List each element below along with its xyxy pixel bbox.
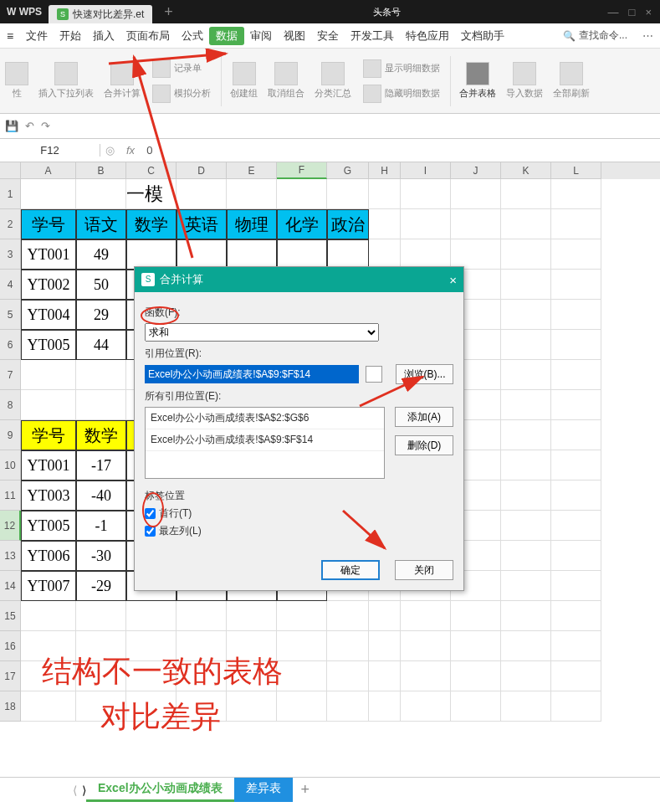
col-header[interactable]: I	[401, 162, 451, 179]
cell[interactable]: 学号	[21, 420, 76, 450]
menu-view[interactable]: 视图	[278, 23, 311, 48]
tab-nav-prev-icon[interactable]: ⟨	[67, 784, 82, 797]
qat-save-icon[interactable]: 💾	[5, 120, 18, 132]
cell[interactable]: 数学	[126, 209, 177, 239]
ribbon-import-data[interactable]: 导入数据	[501, 59, 548, 103]
row-header[interactable]: 5	[0, 300, 21, 330]
document-tab[interactable]: S 快速对比差异.et	[49, 5, 152, 23]
cell[interactable]: 英语	[177, 209, 227, 239]
function-select[interactable]: 求和	[145, 323, 379, 342]
new-tab-button[interactable]: +	[164, 3, 173, 21]
command-search[interactable]: 🔍 查找命令...	[563, 28, 636, 43]
menu-data[interactable]: 数据	[209, 27, 244, 45]
row-header[interactable]: 16	[0, 631, 21, 661]
list-item[interactable]: Excel办公小动画成绩表!$A$2:$G$6	[146, 408, 384, 429]
cell[interactable]: YT002	[21, 270, 76, 300]
ribbon-create-group[interactable]: 创建组	[225, 59, 263, 103]
col-header[interactable]: B	[76, 162, 126, 179]
cell[interactable]: 化学	[277, 209, 327, 239]
col-header[interactable]: J	[451, 162, 501, 179]
cell[interactable]: 学号	[21, 209, 76, 239]
ribbon-dropdown-list[interactable]: 插入下拉列表	[33, 59, 99, 103]
cell[interactable]: YT004	[21, 300, 76, 330]
cell[interactable]: 数学	[76, 420, 126, 450]
sheet-tab-active[interactable]: Excel办公小动画成绩表	[86, 778, 234, 802]
name-box[interactable]: F12	[0, 144, 100, 157]
ribbon-refresh-all[interactable]: 全部刷新	[548, 59, 595, 103]
row-header[interactable]: 2	[0, 209, 21, 239]
menu-review[interactable]: 审阅	[244, 23, 278, 48]
ribbon-validity[interactable]: 性	[0, 59, 33, 103]
row-header[interactable]: 17	[0, 661, 21, 691]
col-header[interactable]: C	[126, 162, 177, 179]
cell[interactable]: YT005	[21, 330, 76, 360]
menu-more[interactable]: ⋯	[636, 29, 660, 42]
menu-dochelper[interactable]: 文档助手	[455, 23, 510, 48]
menu-file[interactable]: 文件	[20, 23, 54, 48]
cell[interactable]: -17	[76, 450, 126, 481]
col-header[interactable]: F	[277, 162, 327, 179]
top-row-checkbox[interactable]	[145, 508, 156, 519]
cell[interactable]: 语文	[76, 209, 126, 239]
row-header[interactable]: 7	[0, 360, 21, 390]
cell[interactable]: YT006	[21, 541, 76, 571]
maximize-icon[interactable]: □	[629, 6, 636, 18]
row-header[interactable]: 14	[0, 571, 21, 601]
col-header[interactable]: L	[551, 162, 601, 179]
close-button[interactable]: 关闭	[395, 560, 453, 580]
ok-button[interactable]: 确定	[321, 560, 380, 580]
col-header[interactable]: H	[369, 162, 401, 179]
ribbon-subtotal[interactable]: 分类汇总	[310, 59, 356, 103]
cell[interactable]: 50	[76, 270, 126, 300]
references-listbox[interactable]: Excel办公小动画成绩表!$A$2:$G$6 Excel办公小动画成绩表!$A…	[145, 407, 385, 479]
range-picker-icon[interactable]	[366, 366, 382, 383]
col-header[interactable]: G	[327, 162, 369, 179]
cell[interactable]: -1	[76, 511, 126, 541]
cell[interactable]: 49	[76, 239, 126, 270]
col-header[interactable]: K	[501, 162, 551, 179]
ribbon-ungroup[interactable]: 取消组合	[263, 59, 310, 103]
close-window-icon[interactable]: ×	[645, 6, 652, 18]
menu-formula[interactable]: 公式	[176, 23, 209, 48]
cell[interactable]: -30	[76, 541, 126, 571]
select-all-corner[interactable]	[0, 162, 21, 179]
col-header[interactable]: D	[177, 162, 227, 179]
reference-input[interactable]: Excel办公小动画成绩表!$A$9:$F$14	[145, 365, 359, 383]
row-header[interactable]: 4	[0, 270, 21, 300]
row-header[interactable]: 10	[0, 450, 21, 481]
cell[interactable]: 29	[76, 300, 126, 330]
fx-button[interactable]: fx	[120, 144, 141, 157]
sheet-tab[interactable]: 差异表	[234, 778, 293, 802]
row-header[interactable]: 11	[0, 481, 21, 511]
cell[interactable]: YT007	[21, 571, 76, 601]
cell[interactable]: 政治	[327, 209, 369, 239]
cell[interactable]: -29	[76, 571, 126, 601]
col-header[interactable]: E	[227, 162, 277, 179]
title-cell[interactable]: 一模	[126, 179, 177, 209]
left-col-checkbox[interactable]	[145, 526, 156, 537]
qat-undo-icon[interactable]: ↶	[25, 120, 34, 132]
row-header[interactable]: 3	[0, 239, 21, 270]
dialog-close-icon[interactable]: ×	[449, 273, 457, 287]
menu-special[interactable]: 特色应用	[400, 23, 455, 48]
ribbon-merge-tables[interactable]: 合并表格	[454, 59, 501, 103]
ribbon-whatif[interactable]: 模拟分析	[149, 83, 214, 105]
cell[interactable]: YT001	[21, 239, 76, 270]
row-header[interactable]: 6	[0, 330, 21, 360]
delete-button[interactable]: 删除(D)	[395, 435, 453, 455]
row-header[interactable]: 9	[0, 420, 21, 450]
cell[interactable]: -40	[76, 481, 126, 511]
list-item[interactable]: Excel办公小动画成绩表!$A$9:$F$14	[146, 429, 384, 451]
cell[interactable]: YT003	[21, 481, 76, 511]
browse-button[interactable]: 浏览(B)...	[396, 364, 453, 384]
cell[interactable]: YT005	[21, 511, 76, 541]
qat-redo-icon[interactable]: ↷	[41, 120, 50, 132]
hamburger-icon[interactable]: ≡	[0, 29, 20, 43]
ribbon-record-form[interactable]: 记录单	[149, 58, 214, 80]
add-button[interactable]: 添加(A)	[395, 407, 453, 427]
menu-insert[interactable]: 插入	[87, 23, 120, 48]
row-header[interactable]: 1	[0, 179, 21, 209]
ribbon-consolidate[interactable]: 合并计算	[99, 59, 146, 103]
menu-devtools[interactable]: 开发工具	[345, 23, 400, 48]
ribbon-hide-detail[interactable]: 隐藏明细数据	[360, 83, 443, 105]
